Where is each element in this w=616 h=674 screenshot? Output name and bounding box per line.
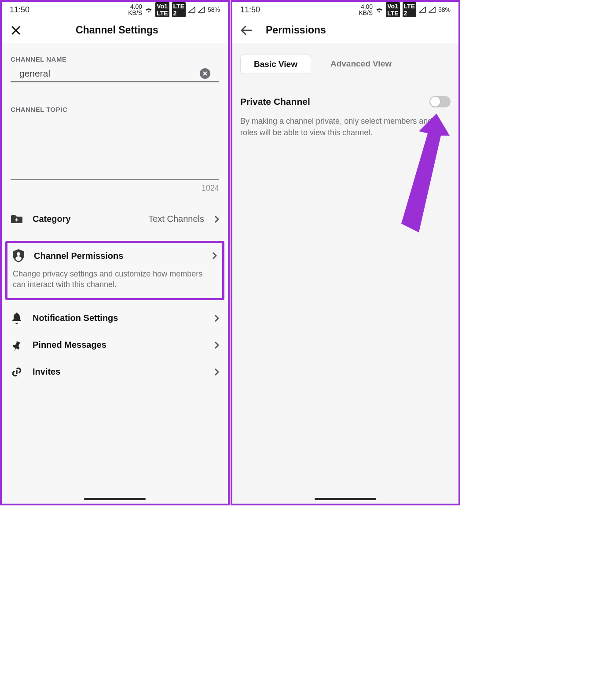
notification-settings-row[interactable]: Notification Settings: [2, 305, 228, 332]
pinned-messages-row[interactable]: Pinned Messages: [2, 332, 228, 358]
lte-badge-1: Vo1LTE: [155, 2, 169, 17]
status-icons: 4.00 KB/S Vo1LTE LTE2 58%: [359, 2, 451, 17]
bell-icon: [11, 313, 23, 324]
invites-label: Invites: [33, 367, 204, 377]
lte-badge-1: Vo1LTE: [386, 2, 400, 17]
status-time: 11:50: [240, 5, 260, 15]
nav-pill: [315, 498, 376, 500]
battery-text: 58%: [208, 6, 220, 13]
chevron-right-icon: [214, 215, 219, 223]
toggle-knob: [430, 97, 440, 107]
category-label: Category: [33, 214, 139, 224]
shield-user-icon: [13, 249, 24, 262]
chevron-right-icon: [214, 314, 219, 322]
private-channel-description: By making a channel private, only select…: [240, 115, 451, 138]
topic-char-counter: 1024: [2, 182, 228, 206]
top-bar-right: Permissions: [232, 18, 458, 43]
status-time: 11:50: [10, 5, 29, 15]
chevron-right-icon: [212, 252, 217, 260]
wifi-icon: [145, 7, 153, 13]
signal-icon-2: [198, 7, 205, 13]
signal-icon-1: [419, 7, 426, 13]
tab-basic-view[interactable]: Basic View: [240, 55, 311, 74]
lte-badge-2: LTE2: [403, 2, 416, 17]
signal-icon-1: [188, 7, 195, 13]
wifi-icon: [375, 7, 383, 13]
notifications-label: Notification Settings: [33, 313, 204, 323]
channel-name-input[interactable]: [19, 68, 200, 79]
private-channel-label: Private Channel: [240, 96, 310, 107]
phone-left: 11:50 4.00 KB/S Vo1LTE LTE2 58% Channel …: [0, 0, 230, 505]
channel-permissions-row[interactable]: Channel Permissions Change privacy setti…: [5, 241, 224, 300]
status-icons: 4.00 KB/S Vo1LTE LTE2 58%: [128, 2, 220, 17]
chevron-right-icon: [214, 368, 219, 376]
signal-icon-2: [429, 7, 436, 13]
close-icon[interactable]: [10, 24, 22, 37]
private-channel-toggle[interactable]: [429, 96, 451, 107]
lte-badge-2: LTE2: [172, 2, 186, 17]
pinned-label: Pinned Messages: [33, 340, 204, 350]
permissions-description: Change privacy settings and customize ho…: [13, 269, 217, 290]
svg-point-0: [17, 252, 20, 256]
view-toggle: Basic View Advanced View: [240, 55, 451, 74]
nav-pill: [84, 498, 146, 500]
chevron-right-icon: [214, 341, 219, 349]
category-value: Text Channels: [148, 214, 204, 224]
category-row[interactable]: Category Text Channels: [2, 206, 228, 232]
top-bar-left: Channel Settings: [2, 18, 228, 43]
battery-text: 58%: [438, 6, 451, 13]
private-channel-row: Private Channel: [240, 96, 451, 107]
tab-advanced-view[interactable]: Advanced View: [317, 55, 405, 74]
clear-input-icon[interactable]: [200, 68, 210, 79]
folder-plus-icon: [11, 214, 23, 224]
invites-row[interactable]: Invites: [2, 358, 228, 386]
channel-topic-label: CHANNEL TOPIC: [2, 99, 228, 118]
page-title: Permissions: [266, 24, 326, 36]
link-icon: [11, 366, 23, 378]
pin-icon: [11, 340, 23, 350]
phone-right: 11:50 4.00 KB/S Vo1LTE LTE2 58% Permissi…: [231, 0, 460, 505]
channel-topic-input[interactable]: [11, 123, 219, 180]
status-bar: 11:50 4.00 KB/S Vo1LTE LTE2 58%: [2, 2, 228, 18]
permissions-label: Channel Permissions: [34, 251, 202, 261]
channel-name-label: CHANNEL NAME: [2, 43, 228, 68]
page-title: Channel Settings: [32, 24, 202, 36]
status-bar: 11:50 4.00 KB/S Vo1LTE LTE2 58%: [232, 2, 458, 18]
back-icon[interactable]: [240, 24, 253, 37]
